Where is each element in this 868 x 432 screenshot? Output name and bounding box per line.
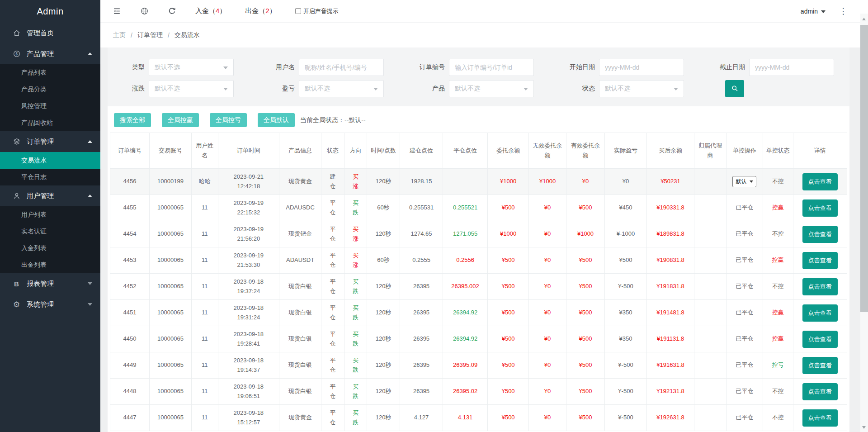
profit-filter[interactable]: 默认不选 (299, 80, 384, 97)
search-button[interactable] (725, 80, 744, 97)
product-filter[interactable]: 默认不选 (449, 80, 534, 97)
withdraw-link[interactable]: 出金（2） (245, 7, 276, 15)
cell-invalid-entrust: ¥0 (529, 300, 566, 326)
sidebar-item-trade-flow[interactable]: 交易流水 (0, 152, 100, 169)
sound-alert-toggle[interactable]: 开启声音提示 (295, 7, 339, 15)
sidebar-item-user-list[interactable]: 用户列表 (0, 206, 100, 223)
filter-field (749, 59, 834, 76)
cell-order-no: 4449 (110, 352, 150, 379)
user-menu[interactable]: admin (801, 8, 826, 15)
sidebar-item-deposit-list[interactable]: 入金列表 (0, 240, 100, 256)
table-row: 444710000065112023-09-1815:12:57现货黄金平仓买跌… (110, 405, 847, 431)
cell-order-no: 4453 (110, 247, 150, 274)
view-detail-button[interactable]: 点击查看 (802, 304, 838, 322)
cell-actual-profit: ¥350 (604, 326, 646, 352)
sidebar-item-close-log[interactable]: 平仓日志 (0, 169, 100, 185)
report-icon: B (12, 280, 21, 288)
cell-product: 现货白银 (279, 352, 321, 379)
cell-order-time: 2023-09-1819:37:24 (218, 274, 279, 300)
sidebar-item-label: 入金列表 (21, 244, 47, 252)
cell-balance-after: ¥192631.8 (647, 405, 694, 431)
view-detail-button[interactable]: 点击查看 (802, 226, 838, 243)
table-row: 445410000065112023-09-1921:56:20现货钯金平仓买涨… (110, 221, 847, 247)
view-detail-button[interactable]: 点击查看 (802, 383, 838, 400)
view-detail-button[interactable]: 点击查看 (802, 278, 838, 295)
view-detail-button[interactable]: 点击查看 (802, 199, 838, 217)
cell-product: ADAUSDT (279, 247, 321, 274)
sidebar-item-real-name-auth[interactable]: 实名认证 (0, 223, 100, 240)
cell-direction: 买跌 (344, 352, 367, 379)
end-date-filter[interactable] (755, 59, 828, 76)
cell-duration: 120秒 (367, 326, 400, 352)
sidebar-item-product-category[interactable]: 产品分类 (0, 81, 100, 98)
cell-order-time: 2023-09-1819:06:51 (218, 379, 279, 405)
cell-order-time: 2023-09-1819:31:24 (218, 300, 279, 326)
sidebar-item-system-management[interactable]: ⚙系统管理 (0, 294, 100, 315)
cell-close-price: 26394.92 (443, 300, 488, 326)
sound-checkbox[interactable] (295, 8, 301, 14)
type-filter[interactable]: 默认不选 (149, 59, 234, 76)
table-row: 445510000065112023-09-1922:15:32ADAUSDC平… (110, 195, 847, 221)
chevron-up-icon (88, 195, 92, 197)
table-row: 444910000065112023-09-1819:14:37现货白银平仓买跌… (110, 352, 847, 379)
more-vertical-icon[interactable]: ⋮ (839, 7, 848, 15)
cell-balance-after: ¥50231 (647, 169, 694, 195)
order-no-filter[interactable] (455, 59, 528, 76)
status-filter[interactable]: 默认不选 (599, 80, 684, 97)
chevron-down-icon (223, 66, 228, 69)
search-all-button[interactable]: 搜索全部 (114, 113, 151, 127)
cell-open-price: 1274.65 (400, 221, 443, 247)
scrollbar-thumb[interactable] (860, 25, 868, 312)
cell-duration: 120秒 (367, 169, 400, 195)
globe-icon[interactable] (140, 7, 149, 15)
sidebar-item-report-management[interactable]: B报表管理 (0, 273, 100, 294)
cell-entrust-balance: ¥500 (488, 326, 529, 352)
start-date-filter[interactable] (605, 59, 678, 76)
topbar: 入金（4） 出金（2） 开启声音提示 admin ⋮ (100, 0, 868, 23)
cell-valid-entrust: ¥500 (566, 274, 605, 300)
select-placeholder: 默认不选 (155, 85, 180, 93)
breadcrumb-item[interactable]: 主页 (113, 31, 126, 39)
cell-actual-profit: ¥500 (604, 247, 646, 274)
scroll-down-arrow-icon[interactable] (862, 426, 866, 429)
sidebar-item-dashboard[interactable]: 管理首页 (0, 23, 100, 43)
sidebar-item-withdraw-list[interactable]: 出金列表 (0, 256, 100, 273)
cell-control-op: 已平仓 (726, 405, 763, 431)
cell-balance-after: ¥191831.8 (647, 274, 694, 300)
control-mode-select[interactable]: 默认 (732, 176, 756, 187)
view-detail-button[interactable]: 点击查看 (802, 357, 838, 374)
filter-field (299, 59, 384, 76)
cell-user-name: 11 (191, 352, 218, 379)
sidebar-item-risk-control[interactable]: 风控管理 (0, 98, 100, 114)
cell-control-op: 已平仓 (726, 300, 763, 326)
deposit-link[interactable]: 入金（4） (195, 7, 226, 15)
username-filter[interactable] (305, 59, 378, 76)
cell-close-price: 26395.09 (443, 352, 488, 379)
sidebar-item-product-management[interactable]: $产品管理 (0, 43, 100, 64)
global-default-button[interactable]: 全局默认 (258, 113, 295, 127)
content-area: 类型默认不选用户名订单编号开始日期截止日期涨跌默认不选盈亏默认不选产品默认不选状… (100, 47, 860, 432)
sidebar-item-product-list[interactable]: 产品列表 (0, 64, 100, 81)
collapse-menu-icon[interactable] (113, 7, 121, 15)
breadcrumb-item[interactable]: 交易流水 (175, 31, 200, 39)
global-lose-button[interactable]: 全局控亏 (210, 113, 247, 127)
breadcrumb-item[interactable]: 订单管理 (137, 31, 163, 39)
sidebar-item-product-recycle[interactable]: 产品回收站 (0, 114, 100, 131)
view-detail-button[interactable]: 点击查看 (802, 331, 838, 348)
cell-detail: 点击查看 (793, 405, 847, 431)
content-card: 类型默认不选用户名订单编号开始日期截止日期涨跌默认不选盈亏默认不选产品默认不选状… (108, 47, 849, 432)
cell-order-time: 2023-09-1819:28:41 (218, 326, 279, 352)
view-detail-button[interactable]: 点击查看 (802, 173, 838, 190)
view-detail-button[interactable]: 点击查看 (802, 252, 838, 269)
vertical-scrollbar[interactable] (860, 14, 868, 432)
refresh-icon[interactable] (168, 7, 176, 15)
sidebar-item-order-management[interactable]: 订单管理 (0, 131, 100, 152)
breadcrumb: 主页/订单管理/交易流水 (100, 23, 868, 47)
sidebar-item-user-management[interactable]: 用户管理 (0, 185, 100, 206)
global-win-button[interactable]: 全局控赢 (162, 113, 199, 127)
trend-filter[interactable]: 默认不选 (149, 80, 234, 97)
cell-product: 现货白银 (279, 326, 321, 352)
scroll-up-arrow-icon[interactable] (862, 18, 866, 20)
view-detail-button[interactable]: 点击查看 (802, 409, 838, 427)
filter-label: 盈亏 (258, 85, 295, 93)
